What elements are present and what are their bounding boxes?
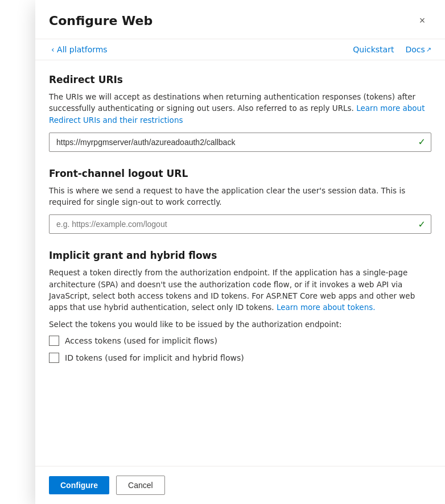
redirect-uri-input-wrapper: ✓ <box>49 133 431 152</box>
dialog-header: Configure Web × <box>35 0 445 39</box>
dialog-body: Redirect URIs The URIs we will accept as… <box>35 60 445 466</box>
front-channel-logout-input[interactable] <box>49 214 431 234</box>
close-icon: × <box>419 15 426 27</box>
configure-button[interactable]: Configure <box>49 476 109 494</box>
redirect-uris-description: The URIs we will accept as destinations … <box>49 91 431 126</box>
left-panel <box>0 0 39 504</box>
external-link-icon: ↗ <box>426 46 431 53</box>
dialog-footer: Configure Cancel <box>35 466 445 504</box>
access-tokens-label: Access tokens (used for implicit flows) <box>65 336 217 345</box>
dialog-title: Configure Web <box>49 14 153 28</box>
token-checkboxes: Access tokens (used for implicit flows) … <box>49 336 431 363</box>
front-channel-input-wrapper: ✓ <box>49 214 431 234</box>
configure-web-dialog: Configure Web × ‹ All platforms Quicksta… <box>35 0 445 504</box>
implicit-grant-section: Implicit grant and hybrid flows Request … <box>49 250 431 363</box>
nav-right-links: Quickstart Docs ↗ <box>353 45 431 54</box>
back-to-all-platforms-link[interactable]: ‹ All platforms <box>49 45 108 54</box>
cancel-button[interactable]: Cancel <box>116 476 165 495</box>
front-channel-title: Front-channel logout URL <box>49 168 431 179</box>
dialog-nav: ‹ All platforms Quickstart Docs ↗ <box>35 39 445 60</box>
redirect-uris-title: Redirect URIs <box>49 74 431 85</box>
access-tokens-checkbox-item[interactable]: Access tokens (used for implicit flows) <box>49 336 431 346</box>
access-tokens-checkbox[interactable] <box>49 336 59 346</box>
id-tokens-checkbox-item[interactable]: ID tokens (used for implicit and hybrid … <box>49 353 431 363</box>
redirect-uri-input[interactable] <box>49 133 431 152</box>
id-tokens-checkbox[interactable] <box>49 353 59 363</box>
learn-more-tokens-link[interactable]: Learn more about tokens. <box>277 303 376 312</box>
quickstart-link[interactable]: Quickstart <box>353 45 394 54</box>
front-channel-logout-section: Front-channel logout URL This is where w… <box>49 168 431 234</box>
docs-link[interactable]: Docs ↗ <box>405 45 431 54</box>
implicit-grant-title: Implicit grant and hybrid flows <box>49 250 431 261</box>
redirect-uris-section: Redirect URIs The URIs we will accept as… <box>49 74 431 152</box>
front-channel-description: This is where we send a request to have … <box>49 185 431 208</box>
close-button[interactable]: × <box>413 11 431 30</box>
implicit-grant-description: Request a token directly from the author… <box>49 267 431 313</box>
select-tokens-label: Select the tokens you would like to be i… <box>49 320 431 329</box>
id-tokens-label: ID tokens (used for implicit and hybrid … <box>65 353 244 362</box>
